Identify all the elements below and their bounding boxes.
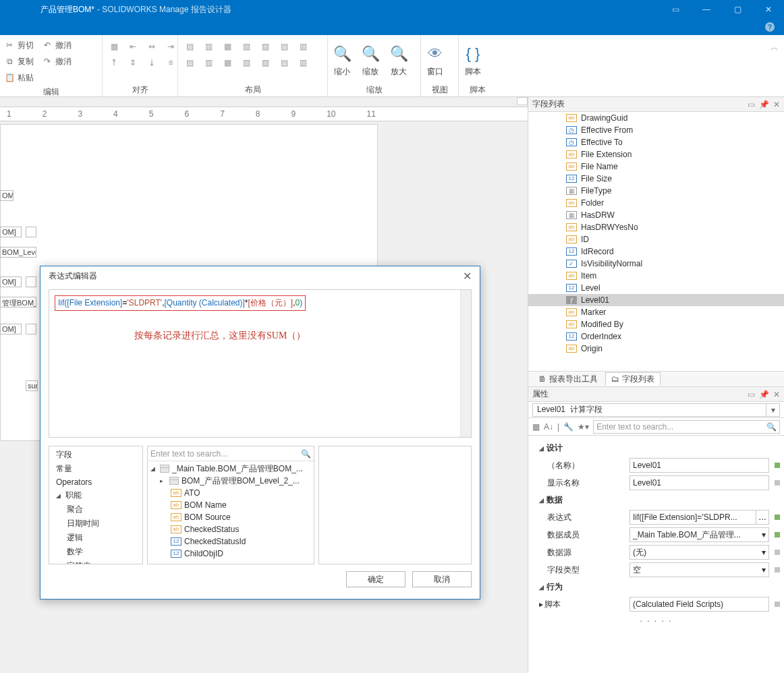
report-cell[interactable]: 管理BOM_Lev [0,297,36,308]
tree-item[interactable]: 12ChildObjID [148,548,314,560]
align-top-icon[interactable]: ⤒ [108,57,120,69]
prop-fieldtype-select[interactable]: 空▾ [629,562,769,577]
cat-aggregate[interactable]: 聚合 [49,502,142,517]
tree-sub[interactable]: ▸BOM_产品管理BOM_Level_2_... [148,475,314,487]
field-item[interactable]: abMarker [528,306,784,318]
cat-fields[interactable]: 字段 [49,448,142,462]
scrollbar[interactable] [460,290,471,437]
align-center-h-icon[interactable]: ⇔ [146,40,158,53]
cut-button[interactable]: ✂剪切 [3,38,35,53]
field-item[interactable]: ✓IsVisibilityNormal [528,258,784,270]
prop-datasource-select[interactable]: (无)▾ [629,545,769,560]
design-surface[interactable]: 12 34 56 78 910 11 OM OM] BOM_Level_ OM]… [0,97,528,673]
paste-button[interactable]: 📋粘贴 [3,70,35,85]
field-item[interactable]: 12File Size [528,173,784,185]
align-bottom-icon[interactable]: ⤓ [146,57,158,69]
layout-icon[interactable]: ▥ [202,57,215,69]
wrench-icon[interactable]: 🔧 [563,422,573,432]
tree-item[interactable]: abBOM Name [148,499,314,511]
undo-button[interactable]: ↶撤消 [40,38,73,53]
pane-close-icon[interactable]: ✕ [773,100,780,109]
align-baseline-icon[interactable]: ≡ [165,57,177,69]
maximize-button[interactable]: ▢ [722,0,753,19]
field-item[interactable]: ƒLevel01 [528,294,784,306]
layout-icon[interactable]: ▨ [259,57,271,69]
field-item[interactable]: abOrigin [528,343,784,355]
align-right-icon[interactable]: ⇥ [165,40,177,53]
field-item[interactable]: abFile Extension [528,148,784,160]
minimize-button[interactable]: — [691,0,722,19]
pane-pin-icon[interactable]: 📌 [759,390,769,399]
zoom-button[interactable]: 🔍缩放 [356,36,385,84]
selected-item-field[interactable] [532,403,766,417]
report-cell[interactable] [26,324,36,334]
property-search-input[interactable]: Enter text to search...🔍 [593,420,780,434]
layout-icon[interactable]: ▥ [202,40,215,53]
prop-datamember-select[interactable]: _Main Table.BOM_产品管理...▾ [629,527,769,542]
cat-string[interactable]: 字符串 [49,559,142,564]
field-list[interactable]: abDrawingGuid◷Effective From◷Effective T… [528,112,784,371]
cat-functions[interactable]: ◢职能 [49,488,142,502]
layout-icon[interactable]: ▥ [297,57,309,69]
cat-logic[interactable]: 逻辑 [49,531,142,545]
layout-icon[interactable]: ▤ [278,40,290,53]
help-icon[interactable]: ? [765,22,775,32]
prop-category-data[interactable]: ◢数据 [532,492,780,508]
surface-scroll-nub[interactable] [517,97,528,105]
tab-export-tools[interactable]: 🗎报表导出工具 [532,372,604,386]
expression-textarea[interactable]: Iif([File Extension]='SLDPRT',[Quantity … [49,289,472,438]
tree-item[interactable]: abATO [148,487,314,499]
ellipsis-button[interactable]: … [756,510,769,525]
field-search-input[interactable]: Enter text to search...🔍 [148,446,314,461]
selected-item-dropdown[interactable]: ▾ [766,403,780,417]
report-cell[interactable]: OM] [0,227,22,237]
window-button[interactable]: 👁窗口 [421,36,449,84]
layout-icon[interactable]: ▨ [259,40,271,53]
prop-name-input[interactable] [629,458,769,473]
report-cell[interactable]: OM] [0,324,22,334]
tree-item[interactable]: abCheckedStatus [148,523,314,535]
report-cell[interactable]: OM [0,190,13,201]
field-item[interactable]: 12OrderIndex [528,330,784,343]
report-cell[interactable]: OM] [0,276,22,287]
pane-window-icon[interactable]: ▭ [748,390,755,399]
field-item[interactable]: abDrawingGuid [528,112,784,124]
report-cell[interactable]: BOM_Level_ [0,247,36,258]
field-item[interactable]: abItem [528,270,784,282]
cat-math[interactable]: 数学 [49,545,142,559]
zoom-out-button[interactable]: 🔍缩小 [328,36,356,84]
layout-icon[interactable]: ▧ [240,57,252,69]
tree-root[interactable]: ◢_Main Table.BOM_产品管理BOM_... [148,463,314,475]
star-icon[interactable]: ★▾ [578,422,589,432]
redo-button[interactable]: ↷撤消 [40,54,73,69]
cat-operators[interactable]: Operators [49,476,142,488]
field-item[interactable]: abHasDRWYesNo [528,221,784,233]
copy-button[interactable]: ⧉复制 [3,54,35,69]
prop-script-input[interactable] [629,597,769,612]
pane-window-icon[interactable]: ▭ [748,100,755,109]
report-cell[interactable] [26,227,36,237]
tree-item[interactable]: 12CheckedStatusId [148,535,314,548]
prop-expression-input[interactable] [629,510,756,525]
align-middle-v-icon[interactable]: ⇕ [127,57,139,69]
ok-button[interactable]: 确定 [346,571,405,587]
field-item[interactable]: abID [528,233,784,245]
tab-field-list[interactable]: 🗂字段列表 [605,372,661,386]
field-item[interactable]: abModified By [528,318,784,330]
collapse-ribbon-icon[interactable]: ︿ [771,42,779,53]
dialog-close-icon[interactable]: ✕ [463,270,472,283]
report-cell[interactable]: sum [26,380,38,391]
layout-icon[interactable]: ▤ [184,57,196,69]
close-button[interactable]: ✕ [753,0,784,19]
layout-icon[interactable]: ▦ [221,40,233,53]
cancel-button[interactable]: 取消 [412,571,472,587]
field-item[interactable]: abFile Name [528,160,784,173]
sort-az-icon[interactable]: A↓ [544,422,553,432]
align-left-icon[interactable]: ⇤ [127,40,139,53]
align-grid-icon[interactable]: ▦ [108,40,120,53]
layout-icon[interactable]: ▤ [184,40,196,53]
prop-category-behavior[interactable]: ◢行为 [532,579,780,595]
field-item[interactable]: ◷Effective To [528,136,784,148]
field-item[interactable]: 12Level [528,282,784,294]
layout-icon[interactable]: ▤ [278,57,290,69]
